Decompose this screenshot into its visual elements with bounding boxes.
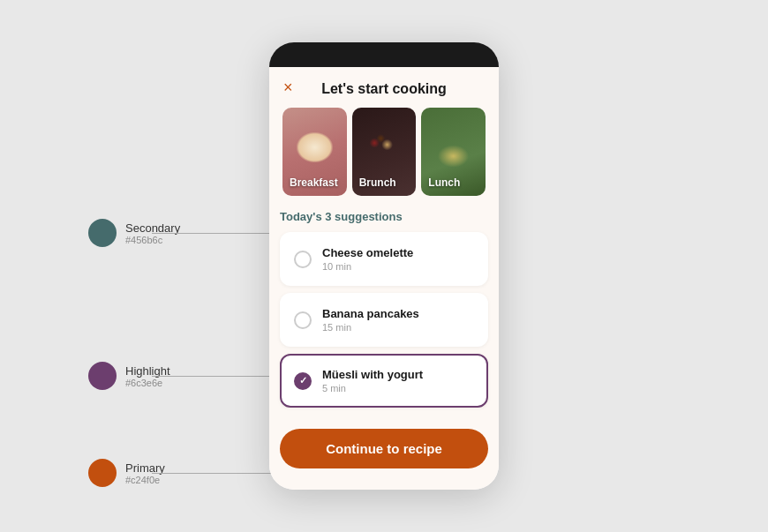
phone-shell: × Let's start cooking Breakfast Brunch L… — [269, 42, 499, 490]
recipe-name-cheese-omelette: Cheese omelette — [322, 246, 413, 259]
recipe-card-banana-pancakes[interactable]: Banana pancakes 15 min — [280, 293, 488, 347]
highlight-color-hex: #6c3e6e — [125, 378, 170, 388]
highlight-color-dot — [88, 362, 117, 390]
recipe-time-cheese-omelette: 10 min — [322, 261, 413, 272]
recipe-time-banana-pancakes: 15 min — [322, 322, 419, 333]
category-brunch[interactable]: Brunch — [352, 108, 417, 196]
suggestions-title: Today's 3 suggestions — [280, 210, 488, 223]
modal-title: Let's start cooking — [321, 81, 447, 97]
continue-button[interactable]: Continue to recipe — [280, 429, 488, 468]
recipe-info-cheese-omelette: Cheese omelette 10 min — [322, 246, 413, 272]
suggestions-section: Today's 3 suggestions Cheese omelette 10… — [269, 210, 499, 408]
lunch-label: Lunch — [428, 176, 460, 189]
radio-cheese-omelette[interactable] — [294, 251, 312, 268]
recipe-info-muesli: Müesli with yogurt 5 min — [322, 368, 423, 393]
phone-top-bar — [269, 42, 499, 67]
checkmark-icon: ✓ — [299, 375, 307, 386]
modal-container: × Let's start cooking Breakfast Brunch L… — [269, 67, 499, 490]
primary-annotation-line — [152, 473, 289, 474]
breakfast-label: Breakfast — [290, 176, 338, 189]
recipe-name-banana-pancakes: Banana pancakes — [322, 307, 419, 320]
brunch-label: Brunch — [359, 176, 396, 189]
close-button[interactable]: × — [283, 79, 293, 95]
recipe-card-cheese-omelette[interactable]: Cheese omelette 10 min — [280, 232, 488, 286]
primary-color-dot — [88, 459, 117, 487]
radio-muesli[interactable]: ✓ — [294, 372, 312, 390]
secondary-color-dot — [88, 219, 117, 247]
primary-color-hex: #c24f0e — [125, 475, 165, 485]
category-strip: Breakfast Brunch Lunch — [269, 108, 499, 196]
modal-header: × Let's start cooking — [269, 67, 499, 108]
secondary-color-hex: #456b6c — [125, 235, 180, 245]
recipe-card-muesli[interactable]: ✓ Müesli with yogurt 5 min — [280, 354, 488, 408]
radio-banana-pancakes[interactable] — [294, 311, 312, 329]
recipe-name-muesli: Müesli with yogurt — [322, 368, 423, 381]
category-lunch[interactable]: Lunch — [421, 108, 486, 196]
highlight-annotation-line — [152, 376, 282, 377]
recipe-time-muesli: 5 min — [322, 383, 423, 393]
category-breakfast[interactable]: Breakfast — [282, 108, 347, 196]
recipe-info-banana-pancakes: Banana pancakes 15 min — [322, 307, 419, 333]
